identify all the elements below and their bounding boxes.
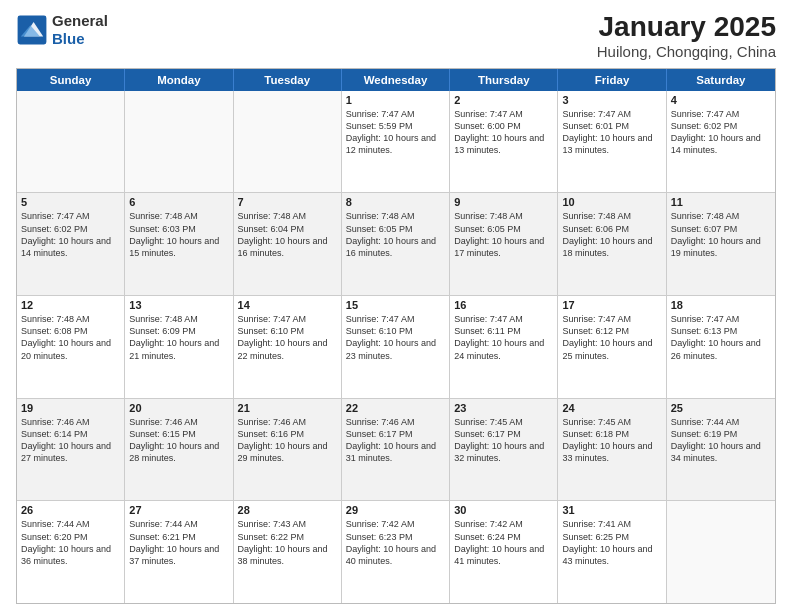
calendar-cell: 27Sunrise: 7:44 AM Sunset: 6:21 PM Dayli… <box>125 501 233 603</box>
day-info: Sunrise: 7:41 AM Sunset: 6:25 PM Dayligh… <box>562 518 661 567</box>
calendar-subtitle: Huilong, Chongqing, China <box>597 43 776 60</box>
calendar-cell: 22Sunrise: 7:46 AM Sunset: 6:17 PM Dayli… <box>342 399 450 501</box>
calendar-cell <box>125 91 233 193</box>
day-info: Sunrise: 7:47 AM Sunset: 5:59 PM Dayligh… <box>346 108 445 157</box>
calendar-cell: 1Sunrise: 7:47 AM Sunset: 5:59 PM Daylig… <box>342 91 450 193</box>
day-info: Sunrise: 7:48 AM Sunset: 6:04 PM Dayligh… <box>238 210 337 259</box>
day-number: 13 <box>129 299 228 311</box>
day-number: 28 <box>238 504 337 516</box>
logo-text: General Blue <box>52 12 108 48</box>
logo: General Blue <box>16 12 108 48</box>
calendar-week-3: 19Sunrise: 7:46 AM Sunset: 6:14 PM Dayli… <box>17 399 775 502</box>
calendar-cell: 30Sunrise: 7:42 AM Sunset: 6:24 PM Dayli… <box>450 501 558 603</box>
calendar-cell: 16Sunrise: 7:47 AM Sunset: 6:11 PM Dayli… <box>450 296 558 398</box>
calendar-cell: 2Sunrise: 7:47 AM Sunset: 6:00 PM Daylig… <box>450 91 558 193</box>
calendar-cell: 4Sunrise: 7:47 AM Sunset: 6:02 PM Daylig… <box>667 91 775 193</box>
calendar-cell: 23Sunrise: 7:45 AM Sunset: 6:17 PM Dayli… <box>450 399 558 501</box>
calendar-cell: 13Sunrise: 7:48 AM Sunset: 6:09 PM Dayli… <box>125 296 233 398</box>
day-info: Sunrise: 7:47 AM Sunset: 6:02 PM Dayligh… <box>21 210 120 259</box>
calendar-cell: 31Sunrise: 7:41 AM Sunset: 6:25 PM Dayli… <box>558 501 666 603</box>
calendar-cell <box>17 91 125 193</box>
day-number: 27 <box>129 504 228 516</box>
calendar-cell: 5Sunrise: 7:47 AM Sunset: 6:02 PM Daylig… <box>17 193 125 295</box>
header: General Blue January 2025 Huilong, Chong… <box>16 12 776 60</box>
header-saturday: Saturday <box>667 69 775 91</box>
calendar-cell: 25Sunrise: 7:44 AM Sunset: 6:19 PM Dayli… <box>667 399 775 501</box>
day-number: 11 <box>671 196 771 208</box>
day-number: 24 <box>562 402 661 414</box>
day-info: Sunrise: 7:46 AM Sunset: 6:15 PM Dayligh… <box>129 416 228 465</box>
calendar-cell: 10Sunrise: 7:48 AM Sunset: 6:06 PM Dayli… <box>558 193 666 295</box>
day-number: 17 <box>562 299 661 311</box>
day-number: 6 <box>129 196 228 208</box>
day-info: Sunrise: 7:47 AM Sunset: 6:11 PM Dayligh… <box>454 313 553 362</box>
day-info: Sunrise: 7:47 AM Sunset: 6:10 PM Dayligh… <box>238 313 337 362</box>
day-info: Sunrise: 7:48 AM Sunset: 6:05 PM Dayligh… <box>454 210 553 259</box>
day-info: Sunrise: 7:48 AM Sunset: 6:08 PM Dayligh… <box>21 313 120 362</box>
logo-icon <box>16 14 48 46</box>
day-number: 26 <box>21 504 120 516</box>
day-info: Sunrise: 7:47 AM Sunset: 6:01 PM Dayligh… <box>562 108 661 157</box>
calendar-cell: 11Sunrise: 7:48 AM Sunset: 6:07 PM Dayli… <box>667 193 775 295</box>
day-info: Sunrise: 7:46 AM Sunset: 6:14 PM Dayligh… <box>21 416 120 465</box>
logo-general: General <box>52 12 108 29</box>
calendar-title: January 2025 <box>597 12 776 43</box>
calendar-cell: 18Sunrise: 7:47 AM Sunset: 6:13 PM Dayli… <box>667 296 775 398</box>
logo-blue: Blue <box>52 30 85 47</box>
day-info: Sunrise: 7:44 AM Sunset: 6:20 PM Dayligh… <box>21 518 120 567</box>
title-block: January 2025 Huilong, Chongqing, China <box>597 12 776 60</box>
calendar-cell: 3Sunrise: 7:47 AM Sunset: 6:01 PM Daylig… <box>558 91 666 193</box>
day-number: 12 <box>21 299 120 311</box>
day-info: Sunrise: 7:47 AM Sunset: 6:13 PM Dayligh… <box>671 313 771 362</box>
calendar-cell <box>667 501 775 603</box>
calendar-cell: 26Sunrise: 7:44 AM Sunset: 6:20 PM Dayli… <box>17 501 125 603</box>
day-info: Sunrise: 7:42 AM Sunset: 6:24 PM Dayligh… <box>454 518 553 567</box>
calendar-cell: 20Sunrise: 7:46 AM Sunset: 6:15 PM Dayli… <box>125 399 233 501</box>
day-number: 21 <box>238 402 337 414</box>
day-info: Sunrise: 7:48 AM Sunset: 6:07 PM Dayligh… <box>671 210 771 259</box>
day-number: 30 <box>454 504 553 516</box>
calendar-cell: 29Sunrise: 7:42 AM Sunset: 6:23 PM Dayli… <box>342 501 450 603</box>
day-number: 22 <box>346 402 445 414</box>
day-number: 5 <box>21 196 120 208</box>
header-wednesday: Wednesday <box>342 69 450 91</box>
day-number: 15 <box>346 299 445 311</box>
day-info: Sunrise: 7:44 AM Sunset: 6:21 PM Dayligh… <box>129 518 228 567</box>
day-number: 29 <box>346 504 445 516</box>
day-number: 25 <box>671 402 771 414</box>
day-number: 4 <box>671 94 771 106</box>
day-number: 9 <box>454 196 553 208</box>
calendar-cell: 19Sunrise: 7:46 AM Sunset: 6:14 PM Dayli… <box>17 399 125 501</box>
day-info: Sunrise: 7:48 AM Sunset: 6:09 PM Dayligh… <box>129 313 228 362</box>
day-info: Sunrise: 7:43 AM Sunset: 6:22 PM Dayligh… <box>238 518 337 567</box>
calendar-cell: 7Sunrise: 7:48 AM Sunset: 6:04 PM Daylig… <box>234 193 342 295</box>
calendar-body: 1Sunrise: 7:47 AM Sunset: 5:59 PM Daylig… <box>17 91 775 603</box>
header-sunday: Sunday <box>17 69 125 91</box>
day-number: 18 <box>671 299 771 311</box>
calendar-cell: 6Sunrise: 7:48 AM Sunset: 6:03 PM Daylig… <box>125 193 233 295</box>
day-number: 7 <box>238 196 337 208</box>
header-thursday: Thursday <box>450 69 558 91</box>
day-number: 31 <box>562 504 661 516</box>
calendar-cell: 17Sunrise: 7:47 AM Sunset: 6:12 PM Dayli… <box>558 296 666 398</box>
day-info: Sunrise: 7:42 AM Sunset: 6:23 PM Dayligh… <box>346 518 445 567</box>
calendar: Sunday Monday Tuesday Wednesday Thursday… <box>16 68 776 604</box>
day-number: 16 <box>454 299 553 311</box>
calendar-cell: 12Sunrise: 7:48 AM Sunset: 6:08 PM Dayli… <box>17 296 125 398</box>
calendar-cell: 9Sunrise: 7:48 AM Sunset: 6:05 PM Daylig… <box>450 193 558 295</box>
header-tuesday: Tuesday <box>234 69 342 91</box>
calendar-cell: 24Sunrise: 7:45 AM Sunset: 6:18 PM Dayli… <box>558 399 666 501</box>
day-info: Sunrise: 7:48 AM Sunset: 6:05 PM Dayligh… <box>346 210 445 259</box>
day-info: Sunrise: 7:48 AM Sunset: 6:06 PM Dayligh… <box>562 210 661 259</box>
day-number: 14 <box>238 299 337 311</box>
calendar-header: Sunday Monday Tuesday Wednesday Thursday… <box>17 69 775 91</box>
day-info: Sunrise: 7:47 AM Sunset: 6:00 PM Dayligh… <box>454 108 553 157</box>
day-info: Sunrise: 7:47 AM Sunset: 6:10 PM Dayligh… <box>346 313 445 362</box>
day-info: Sunrise: 7:44 AM Sunset: 6:19 PM Dayligh… <box>671 416 771 465</box>
day-number: 20 <box>129 402 228 414</box>
day-number: 23 <box>454 402 553 414</box>
header-monday: Monday <box>125 69 233 91</box>
calendar-week-0: 1Sunrise: 7:47 AM Sunset: 5:59 PM Daylig… <box>17 91 775 194</box>
page: General Blue January 2025 Huilong, Chong… <box>0 0 792 612</box>
calendar-week-4: 26Sunrise: 7:44 AM Sunset: 6:20 PM Dayli… <box>17 501 775 603</box>
